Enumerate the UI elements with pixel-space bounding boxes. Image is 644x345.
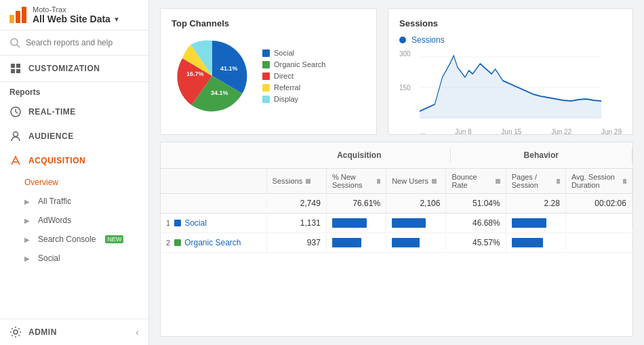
legend-dot-display bbox=[262, 96, 270, 103]
sidebar-item-audience[interactable]: AUDIENCE bbox=[0, 124, 148, 148]
sidebar-header: Moto-Trax All Web Site Data ▼ bbox=[0, 0, 148, 31]
y-label-150: 150 bbox=[399, 84, 411, 92]
td-bounce-social: 46.68% bbox=[446, 214, 506, 232]
bar-pages-social bbox=[512, 218, 546, 228]
td-channel-organic: 2 Organic Search bbox=[161, 233, 267, 252]
svg-marker-18 bbox=[420, 56, 601, 118]
sidebar-item-real-time[interactable]: REAL-TIME bbox=[0, 100, 148, 124]
sessions-card: Sessions Sessions 300 150 bbox=[388, 8, 633, 135]
reports-section-label: Reports bbox=[0, 82, 148, 100]
td-new-users-bar-social bbox=[386, 216, 446, 230]
svg-rect-7 bbox=[11, 69, 15, 73]
svg-rect-0 bbox=[9, 15, 14, 23]
acquisition-section-header: Acquisition bbox=[268, 148, 450, 163]
sort-icon5[interactable] bbox=[557, 179, 560, 184]
legend-item-display: Display bbox=[262, 95, 325, 103]
x-label-jun22: Jun 22 bbox=[551, 128, 571, 136]
th-new-users: New Users bbox=[386, 169, 446, 193]
svg-rect-1 bbox=[16, 11, 20, 23]
svg-point-14 bbox=[14, 330, 18, 334]
svg-rect-5 bbox=[11, 64, 15, 68]
sessions-dot bbox=[399, 37, 406, 43]
td-total-pages-session: 2.28 bbox=[506, 194, 566, 213]
th-bounce-rate: Bounce Rate bbox=[446, 169, 506, 193]
td-total-label bbox=[161, 199, 267, 208]
legend-dot-direct bbox=[262, 73, 270, 80]
sidebar-item-search-console[interactable]: ▶ Search Console NEW bbox=[0, 230, 148, 249]
sidebar: Moto-Trax All Web Site Data ▼ CUSTOMIZAT… bbox=[0, 0, 149, 345]
sessions-legend: Sessions bbox=[399, 35, 622, 45]
search-input[interactable] bbox=[26, 38, 139, 47]
expand-icon2: ▶ bbox=[24, 217, 30, 224]
top-channels-card: Top Channels bbox=[160, 8, 377, 135]
main-content: Top Channels bbox=[149, 0, 644, 345]
row-num-1: 1 bbox=[166, 219, 170, 227]
chart-x-labels: ... Jun 8 Jun 15 Jun 22 Jun 29 bbox=[399, 127, 622, 136]
th-pages-session: Pages / Session bbox=[506, 169, 566, 193]
site-data-dropdown-icon[interactable]: ▼ bbox=[113, 16, 120, 23]
pie-label-organic: 34.1% bbox=[211, 89, 228, 96]
td-total-sessions: 2,749 bbox=[267, 194, 327, 213]
td-sessions-organic: 937 bbox=[267, 233, 327, 252]
sidebar-item-overview[interactable]: Overview bbox=[0, 173, 148, 192]
table-row: 1 Social 1,131 46.68% bbox=[161, 214, 632, 233]
bar-new-sessions-social bbox=[332, 218, 367, 228]
x-label-jun15: Jun 15 bbox=[501, 128, 521, 136]
td-avg-organic bbox=[566, 238, 632, 247]
blank-section-header bbox=[161, 148, 268, 163]
td-new-users-bar-organic bbox=[386, 235, 446, 250]
sort-icon4[interactable] bbox=[496, 179, 500, 184]
legend-item-referral: Referral bbox=[262, 83, 325, 92]
row-num-2: 2 bbox=[166, 239, 170, 247]
customization-icon bbox=[9, 62, 22, 75]
svg-line-4 bbox=[17, 45, 20, 47]
legend-item-organic: Organic Search bbox=[262, 60, 325, 68]
legend-item-social: Social bbox=[262, 49, 325, 57]
expand-icon4: ▶ bbox=[24, 255, 30, 262]
th-channel bbox=[161, 169, 267, 193]
td-total-avg-session: 00:02:06 bbox=[566, 194, 632, 213]
data-table-section: Acquisition Behavior Sessions % New Sess… bbox=[160, 142, 633, 337]
td-pages-bar-social bbox=[506, 216, 566, 230]
expand-icon: ▶ bbox=[24, 198, 30, 205]
site-data[interactable]: All Web Site Data ▼ bbox=[33, 14, 120, 24]
sort-icon[interactable] bbox=[306, 179, 310, 184]
pie-label-social: 41.1% bbox=[220, 65, 238, 72]
td-total-new-sessions: 76.61% bbox=[327, 194, 386, 213]
site-name: Moto-Trax bbox=[33, 5, 120, 14]
ga-logo-icon bbox=[8, 5, 27, 24]
admin-row[interactable]: ADMIN bbox=[9, 326, 57, 338]
svg-line-11 bbox=[16, 112, 18, 113]
sidebar-item-adwords[interactable]: ▶ AdWords bbox=[0, 211, 148, 230]
site-info: Moto-Trax All Web Site Data ▼ bbox=[33, 5, 120, 24]
pie-svg: 41.1% 34.1% 16.7% bbox=[172, 35, 253, 117]
search-icon bbox=[9, 37, 20, 48]
customization-nav-item[interactable]: CUSTOMIZATION bbox=[0, 56, 148, 82]
th-sessions: Sessions bbox=[267, 169, 327, 193]
sort-icon3[interactable] bbox=[432, 179, 437, 184]
sort-icon6[interactable] bbox=[623, 179, 626, 184]
sidebar-item-all-traffic[interactable]: ▶ All Traffic bbox=[0, 192, 148, 211]
totals-row: 2,749 76.61% 2,106 51.04% 2.28 00:02:06 bbox=[161, 194, 632, 214]
real-time-label: REAL-TIME bbox=[28, 107, 76, 117]
channel-link-social[interactable]: Social bbox=[184, 218, 207, 228]
expand-icon3: ▶ bbox=[24, 236, 30, 243]
clock-icon bbox=[9, 106, 22, 118]
channel-dot-social bbox=[174, 220, 181, 226]
td-avg-social bbox=[566, 218, 632, 228]
sidebar-item-social[interactable]: ▶ Social bbox=[0, 249, 148, 268]
top-channels-title: Top Channels bbox=[172, 18, 365, 28]
collapse-sidebar-button[interactable]: ‹ bbox=[136, 327, 139, 338]
channels-content: 41.1% 34.1% 16.7% Social Organic Search bbox=[172, 35, 365, 117]
sessions-title: Sessions bbox=[399, 18, 622, 28]
sidebar-item-acquisition[interactable]: ACQUISITION bbox=[0, 148, 148, 173]
sort-icon2[interactable] bbox=[377, 179, 380, 184]
top-widgets-row: Top Channels bbox=[149, 0, 644, 142]
th-avg-session: Avg. Session Duration bbox=[566, 169, 632, 193]
acquisition-label: ACQUISITION bbox=[28, 156, 85, 165]
channel-link-organic[interactable]: Organic Search bbox=[184, 238, 241, 247]
sidebar-footer: ADMIN ‹ bbox=[0, 319, 148, 345]
th-new-sessions: % New Sessions bbox=[327, 169, 386, 193]
pie-chart: 41.1% 34.1% 16.7% bbox=[172, 35, 253, 117]
legend-item-direct: Direct bbox=[262, 72, 325, 80]
